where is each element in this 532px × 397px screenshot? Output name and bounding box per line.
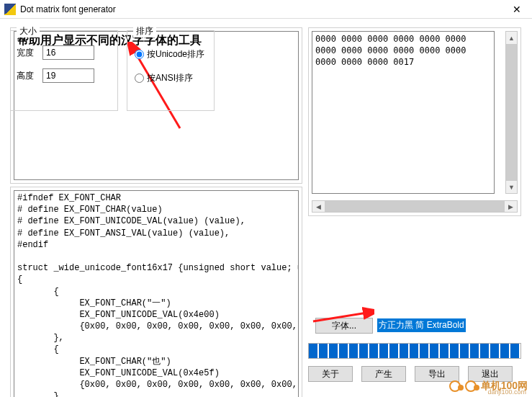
hex-output[interactable]: 0000 0000 0000 0000 0000 0000 0000 0000 … (312, 31, 495, 194)
sort-group: 排序 按Unicode排序 按ANSI排序 (127, 30, 215, 111)
sort-ansi-label: 按ANSI排序 (147, 72, 193, 84)
size-group-label: 大小 (17, 25, 40, 37)
client-area: 帮助用户显示不同的汉字字体的工具 #ifndef EX_FONT_CHAR # … (0, 19, 532, 397)
scroll-up-icon[interactable]: ▲ (506, 32, 517, 44)
watermark-logo-icon (465, 380, 477, 392)
about-button[interactable]: 关于 (308, 366, 353, 382)
horizontal-scrollbar[interactable]: ◀ ▶ (312, 200, 518, 213)
vertical-scrollbar[interactable]: ▲ ▼ (505, 31, 518, 194)
watermark: 单机100网 danji100.com (449, 380, 528, 393)
app-icon (4, 4, 16, 15)
width-label: 宽度 (17, 47, 42, 59)
window-title: Dot matrix font generator (20, 4, 506, 14)
scroll-left-icon[interactable]: ◀ (312, 201, 325, 212)
watermark-logo-icon (449, 380, 461, 392)
watermark-url: danji100.com (487, 388, 526, 396)
font-button[interactable]: 字体... (315, 318, 373, 334)
height-label: 高度 (17, 70, 42, 82)
title-bar: Dot matrix font generator ✕ (0, 0, 532, 19)
scroll-thumb[interactable] (506, 44, 517, 181)
scroll-down-icon[interactable]: ▼ (506, 181, 517, 193)
generate-button[interactable]: 产生 (361, 366, 406, 382)
progress-bar (308, 343, 521, 359)
scroll-right-icon[interactable]: ▶ (505, 201, 517, 212)
font-name-text: 方正力黑 简 ExtraBold (377, 318, 466, 332)
sort-unicode-radio[interactable] (135, 50, 144, 59)
close-button[interactable]: ✕ (506, 4, 528, 15)
sort-group-label: 排序 (133, 25, 156, 37)
code-panel: #ifndef EX_FONT_CHAR # define EX_FONT_CH… (10, 187, 302, 397)
sort-unicode-label: 按Unicode排序 (147, 48, 204, 61)
scroll-thumb[interactable] (325, 201, 505, 212)
progress-fill (309, 344, 520, 358)
height-input[interactable] (42, 68, 94, 83)
hex-panel: 0000 0000 0000 0000 0000 0000 0000 0000 … (308, 27, 521, 216)
sort-ansi-radio[interactable] (135, 73, 144, 83)
size-group: 大小 宽度 高度 (10, 30, 118, 111)
font-name-display: 方正力黑 简 ExtraBold (377, 318, 495, 333)
width-input[interactable] (42, 45, 94, 60)
code-output[interactable]: #ifndef EX_FONT_CHAR # define EX_FONT_CH… (14, 190, 299, 397)
settings-row: 大小 宽度 高度 排序 按Unicode排序 按ANSI排序 (6, 24, 219, 118)
